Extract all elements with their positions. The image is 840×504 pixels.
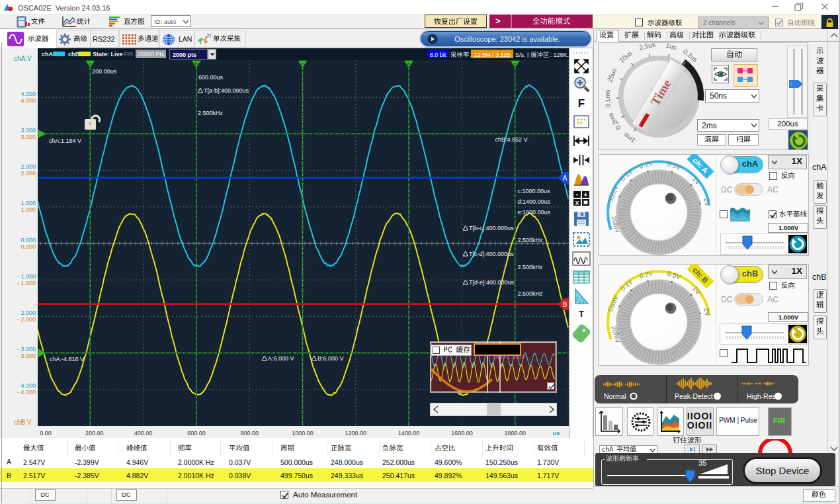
svg-text:X: X: [575, 200, 579, 206]
svg-text:2.500kHz: 2.500kHz: [517, 264, 543, 271]
svg-text:T[d-e]:400.000us: T[d-e]:400.000us: [469, 279, 515, 286]
svg-text:0.2V: 0.2V: [638, 269, 653, 280]
svg-text:0.1ms: 0.1ms: [603, 89, 611, 108]
svg-text:F: F: [578, 97, 585, 110]
svg-text:A:6.000 V: A:6.000 V: [268, 355, 294, 362]
svg-text:200.00us: 200.00us: [92, 68, 117, 75]
svg-text:Peak-Detect: Peak-Detect: [675, 392, 713, 400]
svg-text:e:1800.00us: e:1800.00us: [517, 209, 550, 216]
svg-text:B: B: [563, 301, 567, 308]
svg-text:0.5V: 0.5V: [666, 160, 681, 171]
svg-text:chA:-4.816 V: chA:-4.816 V: [50, 356, 84, 362]
svg-text:2.500kHz: 2.500kHz: [517, 237, 543, 243]
svg-text:b: b: [195, 61, 198, 67]
svg-text:T[a-b]:400.000us: T[a-b]:400.000us: [204, 87, 249, 94]
svg-text:2V: 2V: [702, 307, 711, 317]
svg-text:c: c: [302, 61, 304, 67]
svg-text:0.5V: 0.5V: [666, 270, 681, 281]
svg-text:T: T: [579, 309, 584, 319]
svg-text:1ms: 1ms: [622, 132, 637, 145]
svg-text:a: a: [89, 61, 92, 67]
svg-text:10us: 10us: [618, 49, 634, 63]
svg-text:2.500kHz: 2.500kHz: [517, 290, 543, 297]
svg-text:T[b-c]:400.000us: T[b-c]:400.000us: [469, 225, 514, 231]
svg-text:0.2V: 0.2V: [638, 159, 653, 170]
svg-text:Normal: Normal: [604, 392, 626, 400]
svg-text:50mV: 50mV: [607, 185, 620, 204]
svg-text:d: d: [407, 61, 410, 67]
svg-text:c:1000.00us: c:1000.00us: [517, 188, 550, 194]
svg-text:e: e: [513, 61, 517, 67]
svg-text:+: +: [584, 191, 588, 198]
svg-text:600.00us: 600.00us: [198, 74, 224, 81]
svg-text:25us: 25us: [606, 67, 618, 83]
svg-text:1us: 1us: [665, 42, 677, 51]
svg-text:50mV: 50mV: [607, 294, 620, 314]
svg-text:2.5us: 2.5us: [638, 42, 655, 52]
svg-text:chA:1.184 V: chA:1.184 V: [49, 138, 81, 144]
svg-text:chB:4.652 V: chB:4.652 V: [495, 136, 528, 143]
svg-text:2.500kHz: 2.500kHz: [198, 110, 224, 116]
svg-text:B:6.000 V: B:6.000 V: [317, 355, 344, 362]
svg-text:2V: 2V: [702, 197, 711, 207]
svg-text:A: A: [563, 175, 567, 182]
svg-text:-: -: [576, 190, 579, 198]
svg-text:High-Res: High-Res: [747, 392, 776, 400]
svg-text:d:1400.00us: d:1400.00us: [517, 198, 550, 205]
svg-text:T[c-d]:400.000us: T[c-d]:400.000us: [469, 251, 514, 257]
svg-text:0.2ms: 0.2ms: [607, 112, 622, 131]
